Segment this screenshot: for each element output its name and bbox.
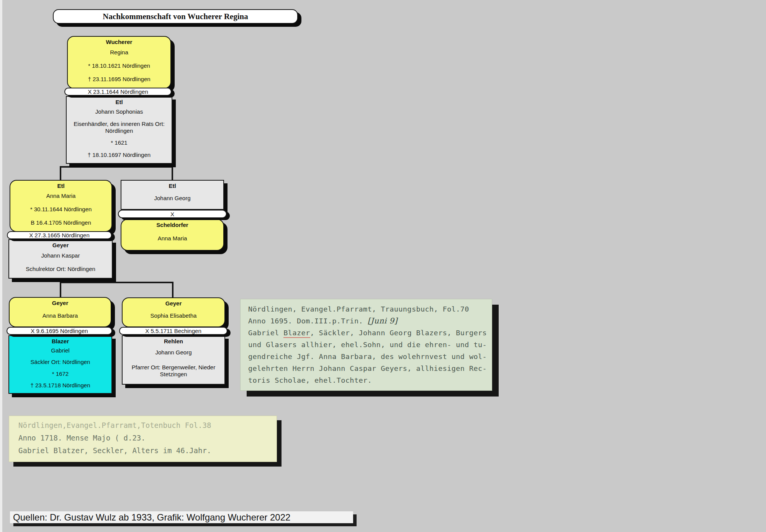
person-given-name: Anna Maria: [123, 235, 222, 242]
record-text-line: und Glasers allhier, ehel.Sohn, und die …: [248, 339, 492, 351]
record-text-line: toris Scholae, ehel.Tochter.: [248, 374, 492, 386]
person-birth: * 30.11.1644 Nördlingen: [12, 206, 110, 213]
person-box-rehlen-johann-georg: Rehlen Johann Georg Pfarrer Ort: Bergenw…: [122, 335, 225, 385]
person-death: † 23.11.1695 Nördlingen: [69, 76, 169, 83]
record-typed-text: Anno 1695. Dom.III.p.Trin.: [248, 317, 368, 325]
marriage-date: X 27.3.1665 Nördlingen: [29, 232, 90, 238]
person-given-name: Anna Maria: [12, 193, 110, 199]
scanned-marriage-record: Nördlingen, Evangel.Pfarramt, Trauungsbu…: [240, 299, 492, 391]
person-box-geyer-johann-kaspar: Geyer Johann Kaspar Schulrektor Ort: Nör…: [8, 239, 113, 279]
marriage-pill-wucherer-etl: X 23.1.1644 Nördlingen: [64, 88, 172, 96]
person-death: † 18.10.1697 Nördlingen: [68, 152, 170, 158]
person-given-name: Johann Georg: [123, 195, 222, 202]
marriage-date: X 5.5.1711 Bechingen: [145, 328, 201, 334]
marriage-pill-etl-scheldorfer: X: [118, 210, 227, 218]
person-surname: Geyer: [124, 300, 223, 307]
connector-line: [60, 278, 61, 297]
record-source-line: Nördlingen,Evangel.Pfarramt,Totenbuch Fo…: [18, 419, 277, 432]
person-box-etl-johann-sophonias: Etl Johann Sophonias Eisenhändler, des i…: [66, 96, 172, 164]
person-box-wucherer-regina: Wucherer Regina * 18.10.1621 Nördlingen …: [67, 36, 171, 89]
person-given-name: Regina: [69, 49, 169, 56]
record-text-line: Gabriel Blazer, Säckler, Johann Georg Bl…: [248, 327, 492, 339]
person-occupation: Schulrektor Ort: Nördlingen: [11, 266, 110, 273]
record-underlined-name: Blazer: [283, 329, 310, 338]
person-box-scheldorfer-anna-maria: Scheldorfer Anna Maria: [121, 219, 224, 251]
page-edge-strip: [0, 0, 2, 532]
marriage-date: X: [170, 211, 174, 217]
person-death: † 23.5.1718 Nördlingen: [11, 382, 110, 389]
marriage-pill-geyer-blazer: X 9.6.1695 Nördlingen: [7, 327, 112, 335]
person-birth: * 1672: [11, 370, 110, 377]
marriage-pill-etl-geyer: X 27.3.1665 Nördlingen: [7, 231, 112, 239]
person-given-name: Johann Georg: [124, 349, 223, 356]
person-given-name: Sophia Elisabetha: [124, 312, 223, 319]
person-surname: Wucherer: [69, 39, 169, 46]
person-surname: Geyer: [11, 242, 110, 249]
connector-line: [60, 282, 173, 283]
person-given-name: Gabriel: [11, 347, 110, 354]
marriage-date: X 9.6.1695 Nördlingen: [31, 328, 88, 334]
person-box-geyer-sophia-elisabetha: Geyer Sophia Elisabetha: [122, 297, 225, 327]
person-surname: Scheldorfer: [123, 222, 222, 228]
person-birth: * 18.10.1621 Nördlingen: [69, 62, 169, 69]
person-given-name: Johann Kaspar: [11, 252, 110, 259]
connector-line: [172, 282, 173, 298]
person-surname: Etl: [123, 183, 222, 189]
person-burial: B 16.4.1705 Nördlingen: [12, 219, 110, 226]
person-surname: Blazer: [11, 338, 110, 345]
person-surname: Etl: [12, 183, 110, 189]
connector-line: [172, 166, 173, 180]
connector-line: [60, 166, 173, 168]
record-date-line: Anno 1718. Mense Majo ( d.23.: [18, 432, 277, 444]
chart-title-box: Nachkommenschaft von Wucherer Regina: [53, 9, 298, 24]
sources-text: Quellen: Dr. Gustav Wulz ab 1933, Grafik…: [13, 512, 290, 523]
record-text-line: gelehrten Herrn Johann Caspar Geyers, al…: [248, 362, 492, 374]
person-given-name: Anna Barbara: [11, 312, 109, 319]
person-occupation: Säckler Ort: Nördlingen: [11, 359, 110, 366]
record-source-line: Nördlingen, Evangel.Pfarramt, Trauungsbu…: [248, 303, 492, 315]
person-box-blazer-gabriel: Blazer Gabriel Säckler Ort: Nördlingen *…: [8, 335, 112, 394]
person-box-geyer-anna-barbara: Geyer Anna Barbara: [9, 297, 111, 327]
record-text-line: gendreiche Jgf. Anna Barbara, des wolehr…: [248, 351, 492, 362]
genealogy-chart: Nachkommenschaft von Wucherer Regina Wuc…: [0, 0, 766, 532]
record-typed-text: Gabriel: [248, 329, 283, 337]
record-typed-text: , Säckler, Johann Georg Blazers, Burgers: [310, 329, 487, 337]
person-box-etl-anna-maria: Etl Anna Maria * 30.11.1644 Nördlingen B…: [10, 180, 112, 232]
person-box-etl-johann-georg: Etl Johann Georg: [121, 180, 224, 210]
marriage-date: X 23.1.1644 Nördlingen: [88, 88, 148, 95]
person-occupation: Eisenhändler, des inneren Rats Ort: Nörd…: [68, 121, 170, 134]
person-birth: * 1621: [68, 139, 170, 146]
chart-title: Nachkommenschaft von Wucherer Regina: [103, 12, 248, 21]
connector-line: [60, 166, 61, 180]
sources-bar: Quellen: Dr. Gustav Wulz ab 1933, Grafik…: [10, 511, 353, 523]
scanned-death-record: Nördlingen,Evangel.Pfarramt,Totenbuch Fo…: [9, 416, 277, 462]
person-occupation: Pfarrer Ort: Bergenweiler, Nieder Stetzi…: [124, 364, 223, 378]
record-text-line: Gabriel Blatzer, Seckler, Alters im 46.J…: [18, 444, 277, 457]
person-given-name: Johann Sophonias: [68, 108, 170, 115]
person-surname: Rehlen: [124, 338, 223, 345]
person-surname: Geyer: [11, 300, 109, 307]
record-date-line: Anno 1695. Dom.III.p.Trin. [Juni 9]: [248, 315, 492, 327]
person-surname: Etl: [68, 99, 170, 106]
marriage-pill-geyer-rehlen: X 5.5.1711 Bechingen: [119, 327, 228, 335]
record-handwritten-note: [Juni 9]: [368, 316, 398, 325]
